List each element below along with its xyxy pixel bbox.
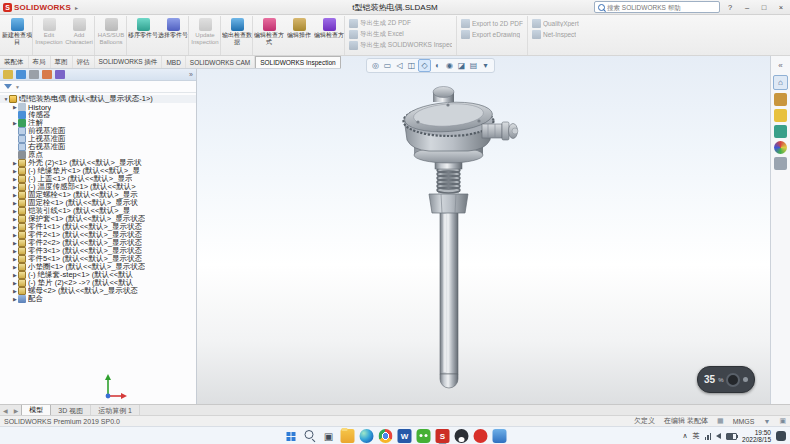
export-inspection-project-cn-button[interactable]: 导出生成 SOLIDWORKS Inspection 项目 (349, 41, 452, 50)
balloons-button[interactable]: HAS/SUB Balloons (96, 16, 127, 55)
tree-item-top-cover[interactable]: ▶ (-) 上盖<1> (默认<<默认>_显示 (0, 175, 196, 183)
grid-icon[interactable]: ▦ (717, 417, 724, 425)
tree-item-shim[interactable]: ▶ (-) 垫片 (2)<2> ->? (默认<<默认 (0, 279, 196, 287)
hide-show-icon[interactable]: ◉ (444, 60, 455, 71)
export-excel-cn-button[interactable]: 导出生成 Excel (349, 30, 452, 39)
tree-item-temp-sensor[interactable]: ▶ (-) 温度传感部<1> (默认<<默认> (0, 183, 196, 191)
export-2d-pdf-cn-button[interactable]: 导出生成 2D PDF (349, 19, 452, 28)
tab-layout[interactable]: 布局 (29, 56, 51, 68)
battery-icon[interactable] (726, 433, 737, 440)
tree-item-small-washer[interactable]: ▶ 小垫圈<1> (默认<<默认>_显示状态 (0, 263, 196, 271)
panel-overflow-icon[interactable]: » (189, 71, 193, 78)
graphics-area[interactable]: ◎ ▭ ◁ ◫ ◇ ◐ ◉ ◪ ▤ ▾ (196, 56, 770, 404)
menu-flyout-arrow-icon[interactable]: ▸ (75, 4, 78, 11)
tree-item-part2-2[interactable]: ▶ 零件2<2> (默认<<默认>_显示状态 (0, 239, 196, 247)
tree-item-mates[interactable]: ▶ 配合 (0, 295, 196, 303)
configurationmanager-tab-icon[interactable] (29, 70, 39, 79)
close-button[interactable]: × (774, 2, 788, 13)
help-button[interactable]: ? (723, 2, 737, 13)
edit-appearance-icon[interactable]: ◪ (456, 60, 467, 71)
export-inspection-data-button[interactable]: 输出检查数据 (222, 16, 253, 55)
zoom-area-icon[interactable]: ▭ (382, 60, 393, 71)
update-project-button[interactable]: Update Inspection Project (190, 16, 221, 55)
minimize-button[interactable]: – (740, 2, 754, 13)
order-balloon-button[interactable]: 移序零件号 (128, 16, 158, 55)
tree-item-annotations[interactable]: ▶ 注解 (0, 119, 196, 127)
units-caret-icon[interactable]: ▼ (763, 418, 770, 425)
select-balloon-button[interactable]: 选择零件号 (158, 16, 189, 55)
displaymanager-tab-icon[interactable] (55, 70, 65, 79)
quick-tips-icon[interactable]: ▣ (779, 417, 786, 425)
tree-item-part2-1[interactable]: ▶ 零件2<1> (默认<<默认>_显示状态 (0, 231, 196, 239)
tree-item-shell[interactable]: ▶ 外壳 (2)<1> (默认<<默认>_显示状 (0, 159, 196, 167)
net-inspect-button[interactable]: Net-Inspect (532, 30, 579, 39)
tree-item-fixing-pin[interactable]: ▶ 固定栓<1> (默认<<默认>_显示状 (0, 199, 196, 207)
tree-item-history[interactable]: ▶ History (0, 103, 196, 111)
export-edrawing-button[interactable]: Export eDrawing (461, 30, 523, 39)
edge-button[interactable] (360, 429, 374, 443)
volume-icon[interactable] (716, 433, 721, 439)
tree-item-front-plane[interactable]: 前视基准面 (0, 127, 196, 135)
tree-item-protect-sleeve[interactable]: ▶ 保护套<1> (默认<<默认>_显示状态 (0, 215, 196, 223)
display-style-icon[interactable]: ◐ (432, 60, 443, 71)
design-library-icon[interactable] (774, 93, 787, 106)
edit-inspection-macro-button[interactable]: 编辑检查方 (314, 16, 344, 55)
add-characteristics-button[interactable]: Add Characteristics (64, 16, 95, 55)
tree-item-part1[interactable]: ▶ 零件1<1> (默认<<默认>_显示状态 (0, 223, 196, 231)
tab-evaluate[interactable]: 评估 (73, 56, 95, 68)
word-button[interactable]: W (398, 429, 412, 443)
custom-properties-icon[interactable] (774, 157, 787, 170)
tree-item-root[interactable]: ▼ t型铠装热电偶 (默认<默认_显示状态-1>) (0, 95, 196, 103)
wechat-button[interactable] (417, 429, 431, 443)
edit-operation-button[interactable]: 编辑操作 (284, 16, 314, 55)
file-explorer-button[interactable] (341, 429, 355, 443)
task-pane-collapse-icon[interactable]: « (774, 59, 787, 72)
filter-icon[interactable] (4, 84, 12, 89)
view-orientation-icon[interactable]: ◇ (418, 59, 431, 72)
tree-item-part5[interactable]: ▶ 零件5<1> (默认<<默认>_显示状态 (0, 255, 196, 263)
tree-item-right-plane[interactable]: 右视基准面 (0, 143, 196, 151)
tree-item-fixing-bolt[interactable]: ▶ 固定螺栓<1> (默认<<默认>_显示 (0, 191, 196, 199)
tree-item-part3[interactable]: ▶ 零件3<1> (默认<<默认>_显示状态 (0, 247, 196, 255)
solidworks-logo[interactable]: S SOLIDWORKS ▸ (0, 3, 78, 12)
tree-item-insulation-gasket[interactable]: ▶ (-) 绝缘垫片<1> (默认<<默认>_显 (0, 167, 196, 175)
ime-indicator[interactable]: 英 (693, 431, 700, 441)
edit-inspection-button[interactable]: Edit Inspection (34, 16, 64, 55)
tray-chevron-icon[interactable]: ∧ (682, 432, 687, 440)
qualityxpert-button[interactable]: QualityXpert (532, 19, 579, 28)
notification-badge-icon[interactable] (776, 431, 786, 441)
tree-item-nut[interactable]: ▶ 螺母<2> (默认<<默认>_显示状态 (0, 287, 196, 295)
view-palette-icon[interactable] (774, 125, 787, 138)
solidworks-button[interactable]: S (436, 429, 450, 443)
new-inspection-project-button[interactable]: 新建检查项目 (2, 16, 33, 55)
tab-sketch[interactable]: 草图 (51, 56, 73, 68)
tree-item-origin[interactable]: 原点 (0, 151, 196, 159)
dimxpertmanager-tab-icon[interactable] (42, 70, 52, 79)
tree-item-armored-lead[interactable]: ▶ 铠装引线<1> (默认<<默认>_显 (0, 207, 196, 215)
tab-assembly[interactable]: 装配体 (0, 56, 29, 68)
maximize-button[interactable]: □ (757, 2, 771, 13)
zoom-knob-icon[interactable] (726, 373, 740, 387)
appearances-icon[interactable] (774, 141, 787, 154)
network-icon[interactable] (705, 433, 712, 440)
help-search-input[interactable] (607, 4, 716, 11)
tab-mbd[interactable]: MBD (162, 56, 185, 68)
section-view-icon[interactable]: ◫ (406, 60, 417, 71)
clock[interactable]: 19:50 2022/8/15 (742, 429, 771, 444)
zoom-fit-icon[interactable]: ◎ (370, 60, 381, 71)
search-button[interactable] (303, 429, 317, 443)
zoom-indicator[interactable]: 35 % (697, 366, 755, 393)
chrome-button[interactable] (379, 429, 393, 443)
tree-item-top-plane[interactable]: 上视基准面 (0, 135, 196, 143)
export-to-2d-pdf-button[interactable]: Export to 2D PDF (461, 19, 523, 28)
music-button[interactable] (474, 429, 488, 443)
thermocouple-3d-model[interactable] (388, 84, 538, 390)
start-button[interactable] (284, 429, 298, 443)
tree-item-sensors[interactable]: 传感器 (0, 111, 196, 119)
mail-button[interactable] (493, 429, 507, 443)
featuremanager-tab-icon[interactable] (3, 70, 13, 79)
help-search-box[interactable] (594, 1, 720, 13)
tab-cam[interactable]: SOLIDWORKS CAM (186, 56, 255, 68)
edit-inspection-method-button[interactable]: 编辑检查方式 (254, 16, 284, 55)
propertymanager-tab-icon[interactable] (16, 70, 26, 79)
